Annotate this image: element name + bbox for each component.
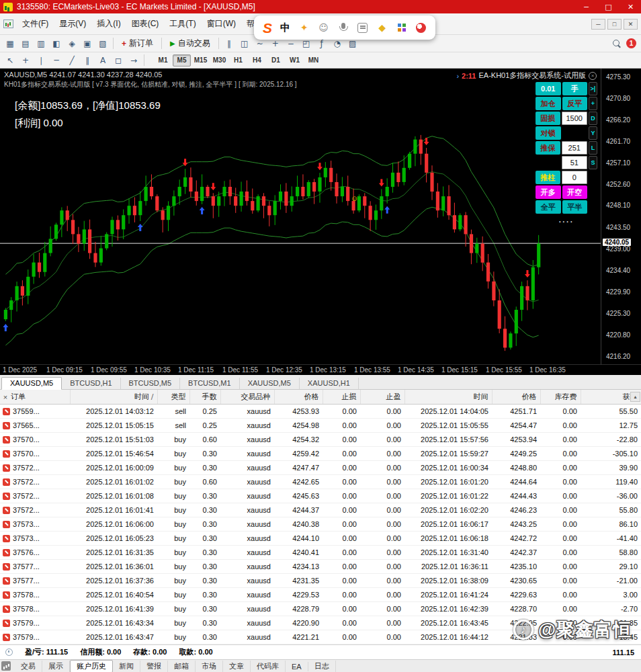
panel-plus-button[interactable]: +	[589, 97, 597, 110]
history-row[interactable]: 37579...2025.12.01 16:43:34buy0.30xauusd…	[0, 616, 641, 630]
shapes-icon[interactable]: ◻	[111, 54, 126, 67]
history-row[interactable]: 37573...2025.12.01 16:06:00buy0.30xauusd…	[0, 517, 641, 531]
arrows-icon[interactable]: →	[126, 54, 141, 67]
column-header-8[interactable]: 时间	[404, 390, 492, 404]
close-all-button[interactable]: 全平	[536, 200, 561, 214]
history-row[interactable]: 37578...2025.12.01 16:40:54buy0.30xauusd…	[0, 587, 641, 601]
terminal-tab-5[interactable]: 邮箱	[168, 661, 196, 672]
notification-badge[interactable]: 1	[626, 38, 636, 48]
panel-l-button[interactable]: L	[589, 141, 597, 155]
vertical-line-icon[interactable]: ∣	[34, 54, 48, 67]
terminal-tab-4[interactable]: 警报	[140, 661, 168, 672]
timeframe-m5[interactable]: M5	[173, 54, 191, 67]
column-header-5[interactable]: 价格	[274, 390, 323, 404]
panel-s-button[interactable]: S	[589, 156, 597, 169]
trailing-protect-button[interactable]: 推保	[536, 141, 560, 155]
history-row[interactable]: 37572...2025.12.01 16:01:02buy0.60xauusd…	[0, 474, 641, 489]
column-header-0[interactable]: 订单	[0, 390, 70, 404]
chart-tab-5[interactable]: XAUUSD,H1	[300, 378, 359, 389]
chart-tab-3[interactable]: BTCUSD,M1	[180, 378, 240, 389]
trail-value-input-1[interactable]: 251	[562, 141, 588, 155]
history-row[interactable]: 37577...2025.12.01 16:36:01buy0.30xauusd…	[0, 559, 641, 573]
reverse-close-button[interactable]: 反平	[562, 97, 588, 110]
cursor-icon[interactable]: ↖	[3, 54, 17, 67]
channel-icon[interactable]: ∥	[80, 54, 95, 67]
data-window-icon[interactable]: ◧	[49, 37, 64, 50]
history-row[interactable]: 37576...2025.12.01 16:31:35buy0.30xauusd…	[0, 545, 641, 559]
history-row[interactable]: 37572...2025.12.01 16:01:08buy0.30xauusd…	[0, 489, 641, 503]
chart-tab-2[interactable]: BTCUSD,M5	[121, 378, 181, 389]
child-minimize-button[interactable]: ─	[591, 19, 605, 30]
stop-value-input[interactable]: 1500	[562, 112, 588, 125]
profiles-icon[interactable]: ▤	[18, 37, 33, 50]
timeframe-w1[interactable]: W1	[286, 54, 304, 67]
push-column-button[interactable]: 推柱	[536, 171, 560, 184]
column-header-7[interactable]: 止盈	[360, 390, 404, 404]
navigator-icon[interactable]: ◈	[65, 37, 79, 50]
lot-unit-button[interactable]: 手	[562, 82, 588, 95]
panel-step-button[interactable]: >|	[589, 82, 597, 95]
terminal-tab-2[interactable]: 账户历史	[70, 660, 113, 672]
timeframe-m30[interactable]: M30	[210, 54, 228, 67]
terminal-tab-3[interactable]: 新闻	[113, 661, 140, 672]
close-button[interactable]: ✕	[622, 1, 640, 13]
candle-chart-icon[interactable]: ◫	[237, 37, 252, 50]
timeframe-m15[interactable]: M15	[191, 54, 210, 67]
minimize-button[interactable]: ─	[577, 1, 595, 13]
history-row[interactable]: 37570...2025.12.01 15:51:03buy0.60xauusd…	[0, 432, 641, 446]
column-header-3[interactable]: 手数	[189, 390, 220, 404]
chart-tab-1[interactable]: BTCUSD,H1	[62, 378, 120, 389]
maximize-button[interactable]: □	[599, 1, 617, 13]
timeframe-mn[interactable]: MN	[304, 54, 323, 67]
panel-d-button[interactable]: D	[589, 112, 597, 125]
scroll-up-button[interactable]: ▴	[630, 392, 640, 402]
timeframe-d1[interactable]: D1	[267, 54, 285, 67]
gift-icon[interactable]: ◆	[376, 22, 388, 34]
history-row[interactable]: 37573...2025.12.01 16:05:23buy0.30xauusd…	[0, 531, 641, 545]
fixed-stop-button[interactable]: 固损	[536, 112, 560, 125]
panel-y-button[interactable]: Y	[589, 126, 597, 140]
overlay-app-logo-icon[interactable]: S	[263, 21, 272, 35]
emoji-icon[interactable]: ☺	[318, 22, 329, 34]
crosshair-icon[interactable]: +	[18, 54, 33, 67]
new-order-button[interactable]: + 新订单	[116, 37, 159, 50]
trendline-icon[interactable]: ╱	[65, 54, 79, 67]
chart-area[interactable]: ☺ XAUUSD,M5 4241.07 4241.30 4237.28 4240…	[0, 69, 641, 375]
child-close-button[interactable]: ✕	[624, 19, 638, 30]
lot-size-button[interactable]: 0.01	[536, 82, 561, 95]
terminal-tab-6[interactable]: 市场	[196, 661, 223, 672]
history-row[interactable]: 37570...2025.12.01 15:46:54buy0.30xauusd…	[0, 446, 641, 460]
column-header-9[interactable]: 价格	[492, 390, 540, 404]
column-header-10[interactable]: 库存费	[540, 390, 581, 404]
close-half-button[interactable]: 平半	[562, 200, 588, 214]
chart-tab-0[interactable]: XAUUSD,M5	[1, 377, 62, 390]
marker-icon[interactable]	[415, 22, 427, 34]
new-chart-icon[interactable]: ▦	[3, 37, 17, 50]
timeframe-m1[interactable]: M1	[154, 54, 172, 67]
menu-item-3[interactable]: 图表(C)	[126, 16, 165, 32]
strategy-tester-icon[interactable]: ▧	[95, 37, 110, 50]
ea-status-icon[interactable]: ×	[589, 72, 597, 80]
price-axis[interactable]: 4275.304270.804266.204261.704257.104252.…	[601, 69, 641, 364]
history-row[interactable]: 37577...2025.12.01 16:37:36buy0.30xauusd…	[0, 573, 641, 587]
text-tool-icon[interactable]: A	[95, 54, 110, 67]
history-row[interactable]: 37565...2025.12.01 15:05:15sell0.25xauus…	[0, 418, 641, 432]
history-row[interactable]: 37572...2025.12.01 16:01:41buy0.30xauusd…	[0, 503, 641, 517]
pin-icon[interactable]: ✦	[298, 22, 310, 34]
chart-tab-4[interactable]: XAUUSD,M5	[240, 378, 300, 389]
horizontal-line-icon[interactable]: ─	[49, 54, 64, 67]
search-icon[interactable]	[612, 39, 622, 48]
add-position-button[interactable]: 加仓	[536, 97, 561, 110]
market-watch-icon[interactable]: ▥	[34, 37, 48, 50]
notes-icon[interactable]	[357, 22, 368, 34]
history-row[interactable]: 37572...2025.12.01 16:00:09buy0.30xauusd…	[0, 460, 641, 474]
terminal-tab-7[interactable]: 文章	[223, 661, 251, 672]
autotrade-button[interactable]: ▶ 自动交易	[165, 37, 216, 50]
bar-chart-icon[interactable]: ∥	[222, 37, 237, 50]
terminal-panel-icon[interactable]: ▣	[80, 37, 95, 50]
mic-icon[interactable]	[337, 22, 349, 34]
hedge-lock-button[interactable]: 对锁	[536, 126, 561, 140]
timeframe-h1[interactable]: H1	[229, 54, 247, 67]
history-row[interactable]: 37559...2025.12.01 14:03:12sell0.25xauus…	[0, 404, 641, 418]
terminal-tab-8[interactable]: 代码库	[251, 661, 286, 672]
